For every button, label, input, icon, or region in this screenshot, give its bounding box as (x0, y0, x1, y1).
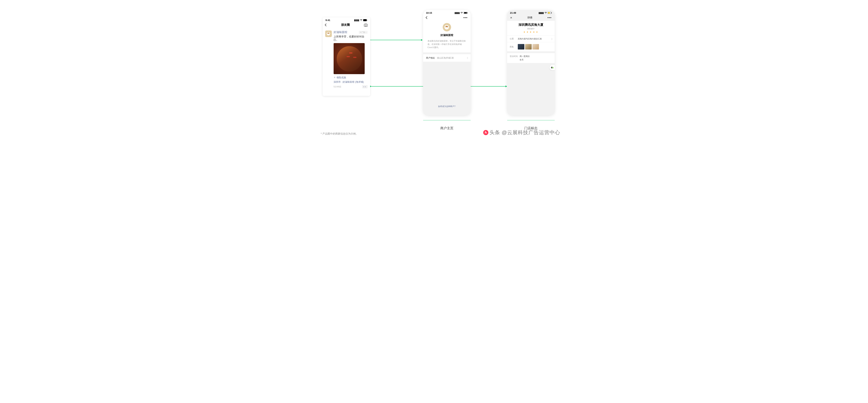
svg-point-3 (360, 32, 361, 32)
gallery-label: 图集 (510, 45, 518, 48)
brand-name[interactable]: 好滋味面馆 (334, 31, 347, 34)
address-label: 商户地址 (426, 57, 435, 60)
miniprogram-icon (334, 76, 336, 79)
svg-rect-0 (363, 19, 367, 21)
status-bar: 9:41 ▮▮▮▮ (323, 18, 370, 22)
gallery-thumb[interactable] (532, 44, 539, 49)
coupon-link[interactable]: 领取优惠 (334, 76, 368, 79)
post-location[interactable]: 深圳市 · 好滋味面馆 (海岸城) (334, 80, 368, 83)
post-image[interactable] (334, 43, 365, 74)
more-icon[interactable]: ••• (464, 16, 468, 19)
merchant-avatar (443, 23, 451, 31)
store-hero: 深圳腾讯滨海大厦 商务楼宇 ★ ★ ★ ★ ★ (507, 21, 555, 35)
merchant-desc: 来自陕北的好滋味面馆，专注于传递陕北味道。在深圳第一件铺子开在深圳海岸城Czuo… (428, 39, 466, 49)
battery-icon (548, 12, 552, 14)
chevron-right-icon (551, 38, 552, 40)
wechat-share-icon (551, 66, 554, 69)
signal-icon: ▮▮▮▮ (354, 19, 359, 22)
status-time: 9:41 (326, 19, 330, 22)
back-icon[interactable] (325, 23, 327, 27)
watermark: 头 头条 @云展科技广告运营中心 (483, 129, 560, 136)
store-hours-row: 营业时间 周一至周日 全天 (507, 53, 555, 63)
howto-link[interactable]: 如何成为这种商户? (423, 105, 471, 108)
post-caption: 上班再辛苦，也要好好对自己。 (334, 35, 368, 42)
svg-rect-10 (551, 12, 552, 13)
store-title: 深圳腾讯滨海大厦 (507, 23, 555, 27)
svg-point-12 (552, 67, 554, 68)
caption-merchant: 商户主页 (423, 126, 471, 130)
hours-label: 营业时间 (510, 55, 520, 61)
merchant-name: 好滋味面馆 (428, 34, 466, 37)
nav-title: 朋友圈 (341, 23, 350, 27)
status-time: 21:49 (510, 11, 516, 14)
footnote: * 产品图中的商家信息仅为示例。 (321, 132, 358, 135)
wifi-icon (360, 19, 363, 21)
status-time: 10:15 (426, 11, 432, 14)
location-label: 位置 (510, 37, 518, 40)
status-bar: 21:49 ▮▮▮▮ (507, 10, 555, 14)
post-time: 5分钟前 (334, 85, 341, 89)
signal-icon: ▮▮▮▮ (455, 11, 460, 14)
phone-merchant: 10:15 ▮▮▮▮ ••• 好滋味面馆 来自陕北的好滋味面馆，专注于传递陕北味… (423, 10, 471, 115)
nav-title: 详情 (512, 16, 548, 19)
camera-icon[interactable] (364, 23, 368, 27)
ad-tag[interactable]: 广告 ⌄ (359, 31, 368, 34)
more-icon[interactable]: ••• (548, 16, 552, 19)
battery-icon (363, 19, 367, 21)
store-location-row[interactable]: 位置 后海大道与滨海大道交汇处 (507, 35, 555, 42)
svg-rect-5 (464, 12, 467, 13)
store-subtitle: 商务楼宇 (507, 28, 555, 30)
location-value: 后海大道与滨海大道交汇处 (518, 37, 551, 40)
chevron-down-icon: ⌄ (365, 31, 367, 33)
share-float-button[interactable] (550, 65, 555, 70)
battery-icon (464, 12, 468, 14)
location-pin-icon (360, 32, 361, 33)
wifi-icon (545, 12, 547, 14)
back-icon[interactable] (426, 16, 428, 19)
merchant-address-row[interactable]: 商户地址 南山区海岸城C座 (423, 54, 471, 62)
close-icon[interactable] (510, 16, 512, 19)
signal-icon: ▮▮▮▮ (538, 11, 544, 14)
toutiao-logo-icon: 头 (483, 130, 488, 135)
hours-time: 全天 (520, 59, 530, 61)
status-icons: ▮▮▮▮ (354, 19, 367, 22)
status-bar: 10:15 ▮▮▮▮ (423, 10, 471, 14)
store-gallery-row[interactable]: 图集 (507, 42, 555, 51)
svg-rect-9 (548, 12, 550, 13)
svg-rect-1 (367, 20, 367, 21)
hours-days: 周一至周日 (520, 55, 530, 58)
moments-post: 好滋味面馆 广告 ⌄ 上班再辛苦，也要好好对自己。 领取优惠 深圳市 · 好滋味… (323, 29, 370, 90)
post-actions-button[interactable]: • • (362, 85, 368, 89)
wifi-icon (460, 12, 463, 14)
gallery-thumb[interactable] (525, 44, 532, 49)
moments-navbar: 朋友圈 (323, 22, 370, 29)
phone-store: 21:49 ▮▮▮▮ 详情 ••• 深圳腾讯滨海大厦 商务楼宇 ★ ★ ★ ★ … (507, 10, 555, 115)
gallery-thumb[interactable] (518, 44, 524, 49)
brand-avatar[interactable] (325, 31, 332, 37)
chevron-right-icon (466, 57, 468, 59)
rating-stars: ★ ★ ★ ★ ★ (507, 31, 555, 33)
svg-rect-6 (467, 12, 468, 13)
status-icons: ▮▮▮▮ (455, 11, 468, 14)
phone-moments: 9:41 ▮▮▮▮ 朋友圈 好滋味面馆 广告 (323, 18, 370, 96)
address-value: 南山区海岸城C座 (437, 57, 466, 60)
status-icons: ▮▮▮▮ (538, 11, 552, 14)
